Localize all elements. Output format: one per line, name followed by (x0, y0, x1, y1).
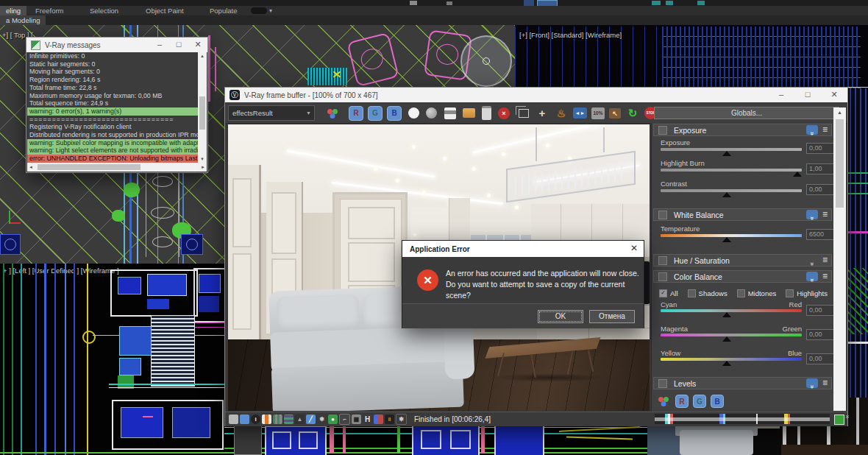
expand-icon[interactable]: » (806, 255, 818, 265)
track-mouse-icon[interactable]: + (535, 106, 549, 121)
levels-histogram[interactable] (655, 414, 830, 424)
slider-handle[interactable] (722, 151, 731, 156)
bars-icon[interactable]: ‖ (385, 415, 394, 424)
magenta-green-slider[interactable] (661, 334, 802, 336)
maximize-icon[interactable]: □ (794, 88, 821, 102)
mode-highlights[interactable]: Highlights (786, 288, 828, 298)
info-icon[interactable]: i (251, 415, 260, 424)
menu-icon[interactable]: ≡ (822, 210, 828, 219)
exposure-section-header[interactable]: Exposure » ≡ (653, 124, 832, 136)
histogram-icon[interactable]: ▲ (295, 415, 305, 424)
ipr-refresh-icon[interactable]: ↻ (625, 106, 640, 121)
effects-icon[interactable]: ✱ (317, 415, 327, 424)
h-letter-icon[interactable]: H (363, 415, 372, 424)
blue-channel-icon[interactable]: B (387, 106, 402, 121)
scroll-up-icon[interactable]: ▲ (833, 107, 846, 118)
white-balance-section-header[interactable]: White Balance » ≡ (653, 208, 832, 221)
slider-handle[interactable] (722, 336, 731, 342)
magenta-green-value[interactable]: 0,00 (806, 329, 834, 340)
load-image-icon[interactable] (463, 108, 475, 118)
lut-icon[interactable]: ▦ (352, 415, 361, 424)
hue-saturation-section-header[interactable]: Hue / Saturation » ≡ (653, 254, 832, 267)
zoom-level-icon[interactable]: 10% (591, 107, 605, 119)
collapse-icon[interactable]: » (806, 210, 818, 219)
contrast-value[interactable]: 0,00 (806, 184, 834, 195)
vray-messages-titlebar[interactable]: V-Ray messages – □ ✕ (26, 38, 207, 52)
globals-button[interactable]: Globals... (654, 107, 839, 119)
slider-handle[interactable] (722, 237, 731, 242)
curve-icon[interactable]: ⌐ (339, 414, 350, 425)
pencil-icon[interactable]: ╱ (306, 415, 316, 424)
layers-icon[interactable] (262, 415, 271, 424)
red-channel-icon[interactable]: R (349, 106, 363, 121)
yellow-blue-slider[interactable] (661, 358, 802, 361)
mode-midtones[interactable]: Midtones (737, 288, 777, 298)
grid-icon[interactable] (284, 415, 294, 424)
slider-handle[interactable] (793, 172, 802, 177)
levels-section-header[interactable]: Levels » ≡ (653, 377, 832, 389)
image-icon[interactable]: ● (328, 415, 338, 424)
highlight-burn-value[interactable]: 1,00 (806, 163, 834, 174)
copy-clipboard-icon[interactable] (482, 106, 491, 120)
collapse-icon[interactable]: » (806, 378, 818, 388)
expand-statusbar-icon[interactable]: » (844, 415, 851, 418)
alpha-channel-icon[interactable] (408, 107, 419, 119)
menu-icon[interactable]: ≡ (822, 272, 828, 281)
green-channel-icon[interactable]: G (693, 395, 706, 408)
scroll-left-icon[interactable]: ◄ (29, 163, 33, 172)
monochrome-icon[interactable] (426, 107, 437, 119)
slider-handle[interactable] (722, 192, 731, 197)
navigation-gizmo[interactable] (460, 35, 512, 87)
clear-image-icon[interactable]: × (498, 107, 510, 119)
ribbon-tab-modeling[interactable]: eling (0, 6, 26, 15)
composite-icon[interactable] (273, 415, 282, 424)
asterisk-icon[interactable]: ✱ (396, 414, 407, 425)
scrollbar-thumb[interactable] (836, 119, 844, 208)
minimize-icon[interactable]: – (150, 38, 169, 52)
ok-button[interactable]: OK (538, 310, 583, 323)
slider-handle[interactable] (722, 312, 731, 317)
save-channels-icon[interactable] (240, 415, 249, 424)
collapse-icon[interactable]: » (806, 125, 818, 135)
error-dialog-titlebar[interactable]: Application Error ✕ (402, 241, 644, 257)
duplicate-buffer-icon[interactable] (519, 109, 529, 118)
scroll-right-icon[interactable]: ► (201, 163, 205, 172)
ribbon-subtab-modeling[interactable]: a Modeling (0, 15, 46, 25)
frame-buffer-titlebar[interactable]: Ⓥ V-Ray frame buffer - [100% of 700 x 46… (225, 88, 847, 102)
blue-channel-icon[interactable]: B (711, 395, 724, 408)
mode-all[interactable]: ✓All (659, 288, 678, 298)
hue-saturation-checkbox[interactable] (658, 256, 667, 265)
ribbon-overflow-pill[interactable] (251, 7, 267, 14)
exposure-value[interactable]: 0,00 (806, 143, 834, 154)
temperature-value[interactable]: 6500 (806, 229, 834, 240)
save-image-icon[interactable] (444, 107, 456, 119)
region-render-icon[interactable]: ↖ (609, 108, 621, 119)
temperature-slider[interactable] (661, 234, 802, 237)
ribbon-tab-freeform[interactable]: Freeform (29, 6, 70, 15)
cyan-red-slider[interactable] (661, 309, 802, 312)
close-icon[interactable]: ✕ (625, 241, 644, 257)
close-icon[interactable]: ✕ (188, 38, 207, 52)
viewport-front-label[interactable]: [+] [Front] [Standard] [Wireframe] (519, 31, 622, 39)
green-channel-icon[interactable]: G (368, 106, 383, 121)
levels-checkbox[interactable] (658, 379, 667, 388)
maximize-icon[interactable]: □ (169, 38, 188, 52)
vray-messages-log[interactable]: Infinite primitives: 0 Static hair segme… (27, 52, 198, 163)
cyan-red-value[interactable]: 0,00 (806, 305, 834, 316)
compass-gizmo[interactable] (0, 234, 21, 255)
menu-icon[interactable]: ≡ (822, 125, 828, 135)
chevron-down-icon[interactable]: ▾ (269, 6, 272, 15)
compass-gizmo[interactable] (181, 234, 203, 255)
compare-ab-icon[interactable]: ◄► (573, 107, 587, 119)
menu-icon[interactable]: ≡ (822, 255, 828, 265)
color-balance-section-header[interactable]: Color Balance » ≡ (653, 270, 832, 283)
minimize-icon[interactable]: – (768, 88, 794, 102)
save-icon[interactable] (229, 415, 238, 424)
scrollbar-thumb[interactable] (38, 164, 140, 170)
collapse-icon[interactable]: » (806, 272, 818, 281)
ribbon-tab-populate[interactable]: Populate (204, 6, 243, 15)
white-balance-checkbox[interactable] (658, 211, 667, 219)
panel-scrollbar[interactable]: ▲ (833, 107, 846, 411)
color-balance-checkbox[interactable] (658, 272, 667, 281)
scroll-up-icon[interactable]: ▲ (198, 52, 207, 60)
